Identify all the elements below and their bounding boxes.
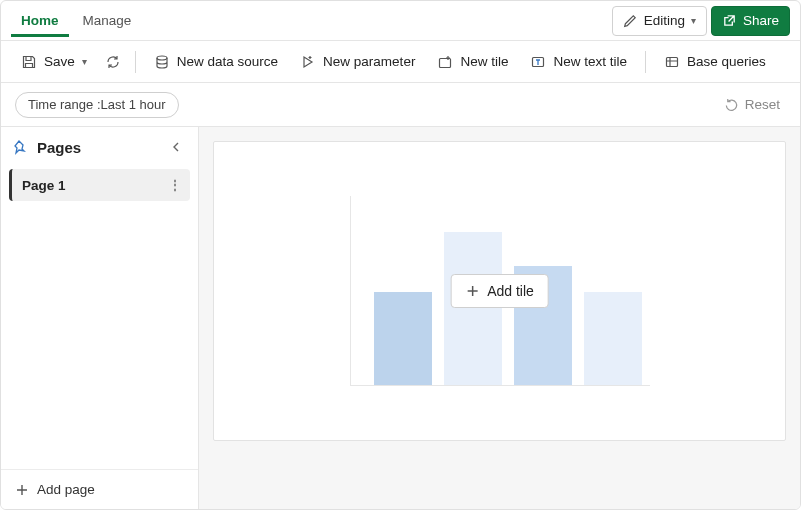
collapse-sidebar-button[interactable] [166,137,186,157]
tab-manage[interactable]: Manage [73,5,142,37]
share-icon [722,13,737,28]
add-tile-label: Add tile [487,283,534,299]
base-queries-button[interactable]: Base queries [656,49,774,75]
reset-button[interactable]: Reset [718,93,786,116]
save-icon [21,54,37,70]
refresh-button[interactable] [101,49,125,75]
chart-bar [444,232,502,385]
chevron-down-icon: ▾ [691,15,696,26]
divider [135,51,136,73]
add-page-label: Add page [37,482,95,497]
pages-sidebar: Pages Page 1 ⋮ Add page [1,127,199,509]
database-icon [154,54,170,70]
page-list: Page 1 ⋮ [1,165,198,469]
new-text-tile-label: New text tile [553,54,627,69]
undo-icon [724,97,739,112]
chart-bar [374,292,432,386]
base-queries-label: Base queries [687,54,766,69]
new-parameter-button[interactable]: New parameter [292,49,423,75]
pencil-icon [623,13,638,28]
new-data-source-button[interactable]: New data source [146,49,286,75]
page-item[interactable]: Page 1 ⋮ [9,169,190,201]
plus-icon [15,483,29,497]
svg-rect-1 [440,58,451,67]
save-label: Save [44,54,75,69]
queries-icon [664,54,680,70]
text-tile-icon [530,54,546,70]
chevron-down-icon: ▾ [82,56,87,67]
parameter-icon [300,54,316,70]
reset-label: Reset [745,97,780,112]
new-text-tile-button[interactable]: New text tile [522,49,635,75]
editing-label: Editing [644,13,685,28]
editing-mode-button[interactable]: Editing ▾ [612,6,707,36]
time-range-pill[interactable]: Time range : Last 1 hour [15,92,179,118]
tab-home[interactable]: Home [11,5,69,37]
refresh-icon [105,54,121,70]
save-button[interactable]: Save ▾ [13,49,95,75]
new-data-source-label: New data source [177,54,278,69]
share-label: Share [743,13,779,28]
add-tile-button[interactable]: Add tile [450,274,549,308]
toolbar: Save ▾ New data source New parameter New… [1,41,800,83]
new-tile-label: New tile [460,54,508,69]
tile-icon [437,54,453,70]
chart-bar [584,292,642,386]
time-range-value: Last 1 hour [101,97,166,112]
page-item-label: Page 1 [22,178,66,193]
pin-icon [13,139,29,155]
page-item-more-button[interactable]: ⋮ [168,177,182,193]
svg-rect-3 [666,57,677,66]
share-button[interactable]: Share [711,6,790,36]
svg-point-0 [157,56,167,60]
dashboard-canvas[interactable]: Add tile [213,141,786,441]
filter-bar: Time range : Last 1 hour Reset [1,83,800,127]
new-tile-button[interactable]: New tile [429,49,516,75]
canvas-area: Add tile [199,127,800,509]
divider [645,51,646,73]
new-parameter-label: New parameter [323,54,415,69]
add-page-button[interactable]: Add page [1,469,198,509]
pages-title: Pages [37,139,158,156]
plus-icon [465,284,479,298]
time-range-label: Time range : [28,97,101,112]
